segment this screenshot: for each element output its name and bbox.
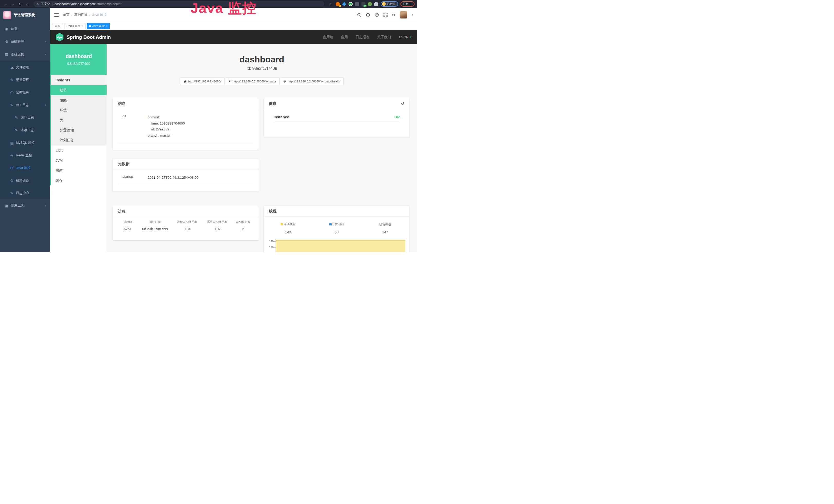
sidebar-item-mysql-monitor[interactable]: ▤ MySQL 监控 — [0, 136, 50, 149]
chevron-up-icon: ∧ — [45, 53, 46, 56]
sba-item-mappings[interactable]: 映射 — [51, 165, 107, 175]
sba-item-config-props[interactable]: 配置属性 — [51, 125, 107, 135]
caret-down-icon[interactable]: ▾ — [412, 14, 413, 16]
legend-label: 守护进程 — [332, 222, 344, 226]
info-value: commit: time: 1596289704000 id: 27aa832 … — [148, 114, 185, 139]
sidebar-item-label: MySQL 监控 — [16, 140, 35, 145]
extension-icon-4[interactable] — [355, 2, 359, 6]
close-icon[interactable]: × — [106, 25, 107, 27]
sidebar-item-infra[interactable]: ⊡ 基础设施 ∧ — [0, 48, 50, 61]
info-git-row: git commit: time: 1596289704000 id: 27aa… — [119, 114, 253, 142]
sidebar-item-log-center[interactable]: ✎ 日志中心 — [0, 187, 50, 199]
git-time-line: time: 1596289704000 — [148, 120, 185, 127]
threads-card-title: 线程 — [269, 209, 277, 214]
info-card-title: 信息 — [118, 101, 126, 106]
git-branch-line: branch: master — [148, 133, 185, 139]
history-icon[interactable]: ↺ — [401, 101, 404, 106]
process-card-title: 进程 — [118, 209, 126, 214]
tab-home[interactable]: 首页 — [53, 23, 63, 29]
sba-instance-header[interactable]: dashboard 93a3fc7f7409 — [51, 44, 107, 75]
extension-icon-5[interactable]: on — [361, 2, 366, 6]
java-monitor-icon: ⊡ — [10, 166, 16, 170]
sidebar-item-redis-monitor[interactable]: ≋ Redis 监控 — [0, 149, 50, 161]
sidebar-item-dev-tools[interactable]: ▣ 研发工具 ∨ — [0, 199, 50, 212]
eye-icon: ⊙ — [10, 179, 16, 183]
sidebar-item-home[interactable]: ◉ 首页 — [0, 22, 50, 35]
reload-icon[interactable]: ↻ — [17, 2, 23, 6]
breadcrumb-infra[interactable]: 基础设施 — [74, 13, 88, 17]
extension-icon-2[interactable] — [342, 2, 346, 6]
back-icon[interactable]: ← — [3, 2, 9, 6]
sidebar-item-label: 日志中心 — [16, 191, 29, 196]
puzzle-extensions-icon[interactable] — [374, 2, 378, 6]
sba-item-logs[interactable]: 日志 — [51, 145, 107, 155]
avatar[interactable] — [400, 11, 407, 19]
sba-brand-title[interactable]: Spring Boot Admin — [67, 35, 111, 40]
fullscreen-icon[interactable] — [383, 13, 388, 17]
sba-nav-about[interactable]: 关于我们 — [377, 35, 391, 40]
sidebar-item-system[interactable]: ⚙ 系统管理 ∨ — [0, 35, 50, 48]
process-col-syscpu: 系统CPU使用率 — [202, 220, 232, 224]
extension-icon-3[interactable]: y — [349, 2, 353, 6]
sba-item-scheduled-tasks[interactable]: 计划任务 — [51, 135, 107, 145]
cloud-upload-icon: ☁ — [10, 65, 16, 69]
sidebar-item-error-log[interactable]: ✎ 错误日志 — [0, 124, 50, 136]
infra-submenu: ☁ 文件管理 ✎ 配置管理 ◷ 定时任务 ✎ API 日志 ∧ ✎ — [0, 61, 50, 199]
sba-nav-journal[interactable]: 日志报表 — [355, 35, 369, 40]
sba-item-environment[interactable]: 环境 — [51, 105, 107, 115]
browser-profile-chip[interactable]: 已暂停 — [381, 1, 398, 7]
breadcrumb-home[interactable]: 首页 — [63, 13, 70, 17]
security-label[interactable]: 不安全 — [41, 2, 50, 6]
sidebar-item-label: 访问日志 — [21, 115, 34, 120]
forward-icon[interactable]: → — [10, 2, 16, 6]
process-pid: 5261 — [117, 227, 138, 231]
y-tick-label: 140 — [269, 240, 273, 243]
sidebar-item-scheduled-jobs[interactable]: ◷ 定时任务 — [0, 86, 50, 98]
app-sidebar: 芋道管理系统 ◉ 首页 ⚙ 系统管理 ∨ ⊡ 基础设施 ∧ ☁ 文件管理 — [0, 8, 50, 252]
sba-nav-applications[interactable]: 应用 — [341, 35, 348, 40]
extension-icon-1[interactable]: 1 — [336, 2, 340, 6]
sidebar-item-config-mgmt[interactable]: ✎ 配置管理 — [0, 73, 50, 86]
health-instance-row[interactable]: Instance UP — [273, 115, 400, 123]
sidebar-item-java-monitor[interactable]: ⊡ Java 监控 — [0, 161, 50, 174]
active-dot-icon — [89, 25, 91, 27]
service-url-button[interactable]: http://192.168.0.2:48080/ — [180, 77, 225, 85]
sidebar-item-api-log[interactable]: ✎ API 日志 ∧ — [0, 98, 50, 111]
bookmark-star-icon[interactable]: ☆ — [327, 2, 333, 6]
health-url-button[interactable]: http://192.168.0.2:48080/actuator/health — [280, 77, 344, 85]
chart-plot-area — [276, 239, 405, 252]
legend-daemon-threads: 守护进程 53 — [312, 222, 361, 234]
sba-item-metrics[interactable]: 性能 — [51, 95, 107, 105]
tab-java-monitor[interactable]: Java 监控 × — [87, 23, 110, 29]
actuator-url-button[interactable]: http://192.168.0.2:48080/actuator — [224, 77, 280, 85]
legend-peak-threads: 线程峰值 147 — [361, 222, 410, 234]
github-icon[interactable] — [366, 13, 370, 17]
hamburger-icon[interactable] — [54, 13, 59, 17]
sba-item-caches[interactable]: 缓存 — [51, 175, 107, 185]
legend-yellow-swatch — [281, 223, 283, 225]
sba-section-insights: Insights — [51, 75, 107, 85]
sba-locale-select[interactable]: zh-CN ▾ — [399, 35, 412, 39]
tags-view-bar: 首页 Redis 监控 × Java 监控 × — [50, 22, 417, 30]
sba-nav-wallboard[interactable]: 应用墙 — [323, 35, 333, 40]
sidebar-item-label: 配置管理 — [16, 77, 29, 82]
app-logo-row[interactable]: 芋道管理系统 — [0, 8, 50, 22]
sidebar-item-file-mgmt[interactable]: ☁ 文件管理 — [0, 61, 50, 73]
browser-update-button[interactable]: 更新 ⋮ — [400, 1, 415, 7]
help-icon[interactable]: ? — [375, 13, 379, 17]
kebab-menu-icon[interactable]: ⋮ — [410, 2, 412, 6]
browser-home-icon[interactable]: ⌂ — [24, 2, 30, 6]
tab-redis-monitor[interactable]: Redis 监控 × — [64, 23, 86, 29]
sba-item-classes[interactable]: 类 — [51, 115, 107, 125]
search-icon[interactable] — [357, 13, 361, 17]
extension-icon-6[interactable] — [368, 2, 372, 6]
process-cpu: 0.04 — [172, 227, 202, 231]
sidebar-item-access-log[interactable]: ✎ 访问日志 — [0, 111, 50, 124]
font-size-icon[interactable]: tT — [392, 13, 395, 17]
sidebar-item-tracing[interactable]: ⊙ 链路追踪 — [0, 174, 50, 187]
address-bar[interactable]: ⚠ 不安全 | dashboard.yudao.iocoder.cn/infra… — [34, 1, 324, 7]
close-icon[interactable]: × — [82, 25, 83, 27]
info-key: git — [119, 114, 148, 139]
sba-item-jvm[interactable]: JVM — [51, 155, 107, 165]
sba-item-details[interactable]: 细节 — [51, 85, 107, 95]
